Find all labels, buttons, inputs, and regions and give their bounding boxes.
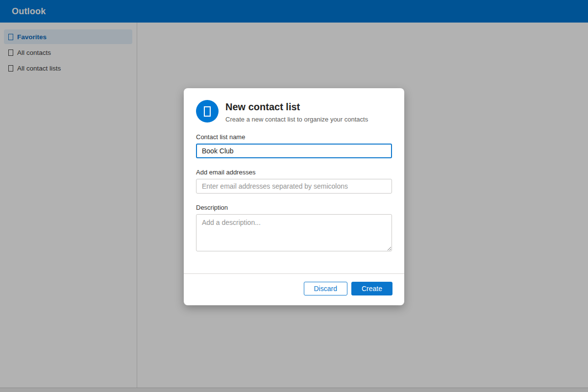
dialog-header-text: New contact list Create a new contact li… [225, 100, 368, 123]
discard-button[interactable]: Discard [304, 282, 347, 295]
outlook-app-window: Outlook Favorites All contacts All conta… [0, 0, 588, 392]
description-textarea[interactable] [196, 214, 392, 251]
dialog-footer: Discard Create [184, 273, 404, 305]
contact-list-avatar [196, 100, 219, 122]
contact-list-name-label: Contact list name [196, 133, 392, 141]
dialog-title: New contact list [225, 101, 368, 113]
contact-list-avatar-icon [204, 106, 211, 117]
dialog-header: New contact list Create a new contact li… [184, 88, 404, 123]
dialog-form: Contact list name Add email addresses De… [184, 123, 404, 253]
description-label: Description [196, 204, 392, 211]
contact-list-name-input[interactable] [196, 144, 392, 158]
new-contact-list-dialog: New contact list Create a new contact li… [184, 88, 404, 305]
email-addresses-input[interactable] [196, 179, 392, 194]
email-addresses-label: Add email addresses [196, 169, 392, 176]
dialog-subtitle: Create a new contact list to organize yo… [225, 116, 368, 123]
create-button[interactable]: Create [351, 282, 392, 295]
